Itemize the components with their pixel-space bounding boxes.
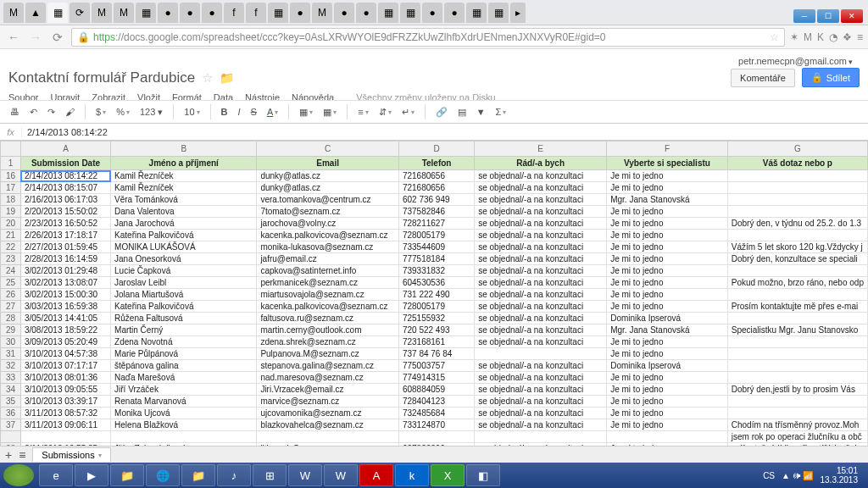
cell[interactable]	[727, 194, 867, 206]
cell[interactable]: se objednal/-a na konzultaci	[475, 182, 607, 194]
cell[interactable]: 3/10/2013 04:57:38	[20, 348, 110, 360]
browser-tab[interactable]: ⟳	[70, 3, 90, 23]
italic-button[interactable]: I	[235, 104, 244, 119]
cell[interactable]: Marie Půlpánová	[111, 348, 257, 360]
bold-button[interactable]: B	[218, 104, 231, 119]
col-header[interactable]: F	[607, 141, 728, 157]
redo-button[interactable]: ↷	[44, 104, 58, 120]
cell[interactable]: Je mi to jedno	[607, 182, 728, 194]
cell[interactable]: kacenka.palkovicova@seznam.cz	[257, 230, 399, 241]
cell[interactable]: Pulpanova.M@seznam.cz	[257, 348, 399, 360]
cell[interactable]: Mgr. Jana Stanovská	[607, 324, 728, 336]
cell[interactable]: Jiří Vrzáček	[111, 384, 257, 396]
cell[interactable]: Vážím 5 let skoro 120 kg.Vždycky j	[727, 241, 867, 253]
cell[interactable]: se objednal/-a na konzultaci	[475, 372, 607, 384]
forward-button[interactable]: →	[27, 29, 44, 46]
row-header[interactable]: 1	[1, 157, 21, 170]
fill-color-button[interactable]: ▦	[296, 104, 316, 120]
cell[interactable]: Jolana Miartušová	[111, 289, 257, 301]
ext-icon[interactable]: M	[804, 31, 812, 43]
borders-button[interactable]: ▦	[320, 104, 340, 120]
cell[interactable]: 2/16/2013 06:17:03	[20, 194, 110, 206]
cell[interactable]: se objednal/-a na konzultaci	[475, 241, 607, 253]
cell[interactable]	[398, 431, 474, 443]
task-item[interactable]: 📁	[110, 464, 144, 486]
url-input[interactable]: 🔒 https://docs.google.com/spreadsheet/cc…	[71, 28, 785, 47]
cell[interactable]: Je mi to jedno	[607, 206, 728, 218]
col-header[interactable]: D	[398, 141, 474, 157]
cell[interactable]: 728211627	[398, 218, 474, 230]
row-header[interactable]: 23	[1, 253, 21, 265]
ext-icon[interactable]: ✶	[790, 31, 798, 43]
cell[interactable]: 2/26/2013 17:18:17	[20, 230, 110, 241]
cell[interactable]: 775003757	[398, 360, 474, 372]
browser-tab[interactable]: ●	[180, 3, 200, 23]
task-item[interactable]: A	[359, 464, 393, 486]
cell[interactable]: se objednal/-a na konzultaci	[475, 360, 607, 372]
browser-tab[interactable]: M	[92, 3, 112, 23]
cell[interactable]	[475, 431, 607, 443]
task-item[interactable]: e	[39, 464, 73, 486]
browser-tab[interactable]: M	[3, 3, 24, 23]
cell[interactable]: 725155932	[398, 313, 474, 324]
cell[interactable]: se objednal/-a na konzultaci	[475, 253, 607, 265]
field-header[interactable]: Vyberte si specialistu	[607, 157, 728, 170]
cell[interactable]	[727, 289, 867, 301]
cell[interactable]	[727, 313, 867, 324]
undo-button[interactable]: ↶	[26, 104, 41, 120]
col-header[interactable]: A	[20, 141, 110, 157]
format-currency[interactable]: $	[92, 104, 109, 119]
cell[interactable]: marvice@seznam.cz	[257, 396, 399, 408]
font-size[interactable]: 10	[181, 104, 203, 119]
filter-button[interactable]: ▼	[473, 104, 489, 119]
cell[interactable]: se objednal/-a na konzultaci	[475, 419, 607, 431]
row-header[interactable]: 26	[1, 289, 21, 301]
cell[interactable]: dunky@atlas.cz	[257, 182, 399, 194]
cell[interactable]: 2/23/2013 16:50:52	[20, 218, 110, 230]
comments-button[interactable]: Komentáře	[731, 69, 795, 87]
cell[interactable]: Je mi to jedno	[607, 301, 728, 313]
cell[interactable]: 728005179	[398, 230, 474, 241]
task-item[interactable]: W	[288, 464, 322, 486]
cell[interactable]: Dana Valentova	[111, 206, 257, 218]
cell[interactable]: 733544609	[398, 241, 474, 253]
cell[interactable]: Jiri.Vrzacek@email.cz	[257, 384, 399, 396]
cell[interactable]: Kateřina Palkovičová	[111, 301, 257, 313]
row-header[interactable]: 25	[1, 277, 21, 289]
paint-format-button[interactable]: 🖌	[62, 104, 78, 119]
cell[interactable]: Martin Černý	[111, 324, 257, 336]
formula-input[interactable]: 2/14/2013 08:14:22	[22, 127, 113, 137]
cell[interactable]: Je mi to jedno	[607, 419, 728, 431]
cell[interactable]: se objednal/-a na konzultaci	[475, 206, 607, 218]
task-item[interactable]: k	[395, 464, 429, 486]
cell[interactable]: kacenka.palkovicova@seznam.cz	[257, 301, 399, 313]
browser-tab[interactable]: ▦	[136, 3, 156, 23]
cell[interactable]: Je mi to jedno	[607, 277, 728, 289]
cell[interactable]: Jaroslav Leibl	[111, 277, 257, 289]
cell[interactable]: Je mi to jedno	[607, 372, 728, 384]
cell[interactable]: 2/14/2013 08:15:07	[20, 182, 110, 194]
cell[interactable]: 7tomato@seznam.cz	[257, 206, 399, 218]
cell[interactable]: 3/10/2013 09:05:55	[20, 384, 110, 396]
cell[interactable]: blazkovahelca@seznam.cz	[257, 419, 399, 431]
row-header[interactable]: 33	[1, 372, 21, 384]
cell[interactable]: se objednal/-a na konzultaci	[475, 408, 607, 419]
ext-icon[interactable]: ❖	[843, 31, 852, 43]
browser-tab[interactable]: ●	[356, 3, 376, 23]
cell[interactable]	[727, 372, 867, 384]
row-header[interactable]: 18	[1, 194, 21, 206]
maximize-button[interactable]: ☐	[817, 9, 839, 23]
row-header[interactable]	[1, 431, 21, 443]
row-header[interactable]: 24	[1, 265, 21, 277]
menu-icon[interactable]: ≡	[857, 31, 863, 43]
cell[interactable]: monika-lukasova@seznam.cz	[257, 241, 399, 253]
bookmark-star-icon[interactable]: ☆	[770, 31, 779, 43]
cell[interactable]: 604530536	[398, 277, 474, 289]
cell[interactable]: Lucie Čapková	[111, 265, 257, 277]
cell[interactable]: 3/11/2013 09:06:11	[20, 419, 110, 431]
cell[interactable]	[727, 265, 867, 277]
cell[interactable]	[607, 431, 728, 443]
row-header[interactable]: 37	[1, 419, 21, 431]
cell[interactable]: se objednal/-a na konzultaci	[475, 194, 607, 206]
cell[interactable]: vera.tomankova@centrum.cz	[257, 194, 399, 206]
